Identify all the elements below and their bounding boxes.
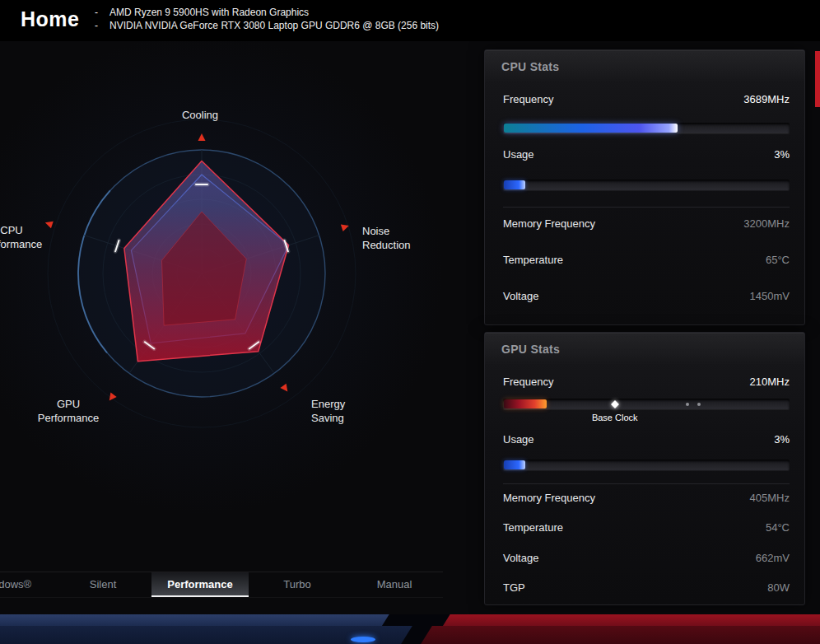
gpu-memory-frequency-row: Memory Frequency 405MHz [503, 492, 790, 504]
gpu-tgp-row: TGP 80W [503, 581, 790, 594]
axis-label-gpu-performance: GPU Performance [23, 397, 114, 425]
gpu-temperature-row: Temperature 54°C [503, 521, 790, 534]
tab-silent[interactable]: Silent [54, 572, 151, 597]
cpu-stats-panel: CPU Stats Frequency 3689MHz Usage 3% Mem… [484, 49, 805, 325]
cpu-frequency-row: Frequency 3689MHz [503, 93, 790, 105]
performance-radar: Cooling Noise Reduction Energy Saving GP… [0, 41, 457, 585]
stat-value: 405MHz [750, 492, 790, 504]
tab-manual[interactable]: Manual [346, 572, 443, 597]
tab-performance[interactable]: Performance [151, 572, 249, 597]
stat-value: 1450mV [750, 290, 790, 302]
footer-red-stripe [442, 614, 820, 627]
base-clock-label: Base Clock [592, 413, 638, 422]
stat-label: Usage [503, 148, 534, 161]
clock-dot-icon [686, 403, 689, 406]
page-title: Home [21, 7, 79, 31]
axis-label-line: CPU [0, 223, 57, 237]
radar-chart [0, 45, 457, 572]
stat-label: Memory Frequency [503, 217, 595, 230]
stat-label: Voltage [503, 552, 538, 564]
gpu-usage-bar-fill [504, 460, 525, 469]
footer-red-stripe-dark [421, 626, 820, 644]
cpu-usage-bar-fill [504, 180, 525, 189]
stat-value: 210MHz [750, 376, 790, 388]
scroll-indicator[interactable] [351, 637, 375, 642]
stat-value: 3200MHz [743, 217, 790, 230]
axis-label-line: Energy [311, 397, 345, 411]
stat-label: Temperature [503, 254, 563, 266]
axis-label-cpu-performance: CPU Performance [0, 223, 57, 251]
panel-header: CPU Stats [485, 50, 804, 83]
axis-label-cooling: Cooling [159, 108, 241, 122]
gpu-info-text: NVIDIA NVIDIA GeForce RTX 3080 Laptop GP… [109, 19, 439, 32]
axis-label-line: Noise [362, 224, 411, 238]
footer-banner [0, 614, 820, 644]
gpu-stats-title: GPU Stats [501, 343, 560, 356]
base-clock-marker-icon[interactable] [611, 400, 619, 408]
cpu-stats-title: CPU Stats [501, 60, 559, 73]
axis-label-energy-saving: Energy Saving [311, 397, 345, 425]
cpu-frequency-bar [503, 123, 790, 133]
cpu-usage-row: Usage 3% [503, 148, 790, 161]
axis-label-noise-reduction: Noise Reduction [362, 224, 411, 252]
gpu-info-line: - NVIDIA NVIDIA GeForce RTX 3080 Laptop … [95, 19, 439, 32]
bullet-dash: - [95, 6, 109, 19]
gpu-usage-row: Usage 3% [503, 433, 790, 446]
axis-label-line: GPU [23, 397, 114, 411]
stat-label: Voltage [503, 290, 538, 302]
axis-label-line: Reduction [362, 238, 411, 252]
mode-tabs: Windows® Silent Performance Turbo Manual [0, 572, 443, 598]
gpu-usage-bar [503, 460, 790, 470]
stat-value: 3% [774, 148, 790, 161]
stat-value: 662mV [756, 552, 790, 564]
gpu-frequency-bar: Base Clock [503, 399, 790, 409]
tab-turbo[interactable]: Turbo [249, 572, 346, 597]
stat-label: TGP [503, 581, 525, 594]
stat-label: Usage [503, 433, 534, 446]
stat-label: Frequency [503, 376, 553, 388]
divider [503, 483, 790, 484]
stat-value: 65°C [766, 254, 790, 266]
stat-value: 3% [774, 433, 790, 446]
hardware-info: - AMD Ryzen 9 5900HS with Radeon Graphic… [95, 6, 439, 32]
stat-value: 54°C [766, 521, 790, 534]
cpu-frequency-bar-fill [504, 124, 678, 133]
gpu-frequency-row: Frequency 210MHz [503, 376, 790, 388]
top-bar: Home - AMD Ryzen 9 5900HS with Radeon Gr… [0, 0, 820, 41]
clock-dot-icon [697, 403, 701, 406]
footer-blue-stripe-dark [0, 626, 412, 644]
axis-label-line: Saving [311, 411, 345, 425]
cpu-voltage-row: Voltage 1450mV [503, 290, 790, 302]
divider [503, 207, 790, 208]
cpu-info-line: - AMD Ryzen 9 5900HS with Radeon Graphic… [95, 6, 439, 19]
gpu-frequency-bar-fill [504, 399, 547, 408]
scrollbar-thumb[interactable] [815, 51, 820, 107]
tab-windows[interactable]: Windows® [0, 572, 54, 597]
gpu-voltage-row: Voltage 662mV [503, 552, 790, 564]
stat-label: Memory Frequency [503, 492, 595, 504]
stat-value: 80W [767, 581, 790, 594]
cpu-usage-bar [503, 180, 790, 190]
stat-label: Temperature [503, 521, 563, 534]
stat-label: Frequency [503, 93, 553, 105]
axis-label-line: Performance [0, 237, 57, 251]
bullet-dash: - [95, 19, 109, 32]
cpu-temperature-row: Temperature 65°C [503, 254, 790, 266]
axis-label-line: Performance [23, 411, 114, 425]
stat-value: 3689MHz [743, 93, 790, 105]
footer-blue-stripe [0, 614, 389, 627]
cpu-info-text: AMD Ryzen 9 5900HS with Radeon Graphics [109, 6, 309, 19]
panel-header: GPU Stats [485, 333, 804, 366]
gpu-stats-panel: GPU Stats Frequency 210MHz Base Clock Us… [484, 332, 805, 605]
cpu-memory-frequency-row: Memory Frequency 3200MHz [503, 217, 790, 230]
